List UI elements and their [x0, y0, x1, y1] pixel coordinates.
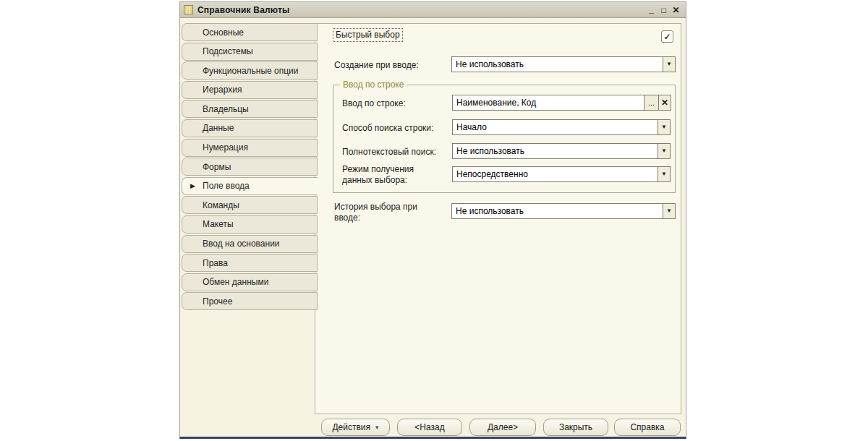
- tab-vvod-na-osnovanii[interactable]: Ввод на основании: [182, 235, 318, 253]
- chevron-down-icon: ▼: [666, 208, 672, 214]
- maximize-button[interactable]: □: [658, 4, 670, 16]
- close-button[interactable]: ✕: [670, 4, 682, 16]
- choice-history-combobox[interactable]: Не использовать ▼: [451, 203, 676, 219]
- tab-komandy[interactable]: Команды: [182, 196, 318, 214]
- check-icon: ✓: [663, 33, 671, 41]
- back-button[interactable]: <Назад: [397, 419, 462, 436]
- tab-podsistemy[interactable]: Подсистемы: [182, 43, 318, 61]
- next-button[interactable]: Далее>: [469, 419, 536, 436]
- tab-ierarhiya[interactable]: Иерархия: [182, 81, 318, 99]
- input-by-string-label: Ввод по строке:: [342, 98, 406, 109]
- creation-on-input-combobox[interactable]: Не использовать ▼: [451, 56, 676, 72]
- chevron-down-icon: ▼: [666, 61, 672, 67]
- tab-label: Поле ввода: [203, 181, 250, 191]
- tab-label: Ввод на основании: [203, 239, 280, 249]
- creation-on-input-label: Создание при вводе:: [334, 60, 419, 71]
- catalog-icon: [184, 5, 193, 14]
- tab-dannye[interactable]: Данные: [182, 119, 318, 137]
- input-by-string-field[interactable]: Наименование, Код ... ✕: [452, 95, 671, 111]
- active-tab-marker-icon: ▶: [190, 182, 203, 189]
- input-by-string-group: Ввод по строке Ввод по строке: Наименова…: [333, 85, 676, 193]
- choice-history-label: История выбора при вводе:: [334, 202, 444, 223]
- window-title: Справочник Валюты: [197, 5, 645, 15]
- fulltext-search-value: Не использовать: [453, 144, 658, 158]
- chevron-down-icon: ▼: [661, 171, 667, 177]
- dialog-window: Справочник Валюты _ □ ✕ Основные Подсист…: [179, 1, 686, 439]
- fulltext-search-label: Полнотекстовый поиск:: [342, 147, 436, 158]
- tab-label: Прочее: [203, 296, 232, 307]
- tab-funkcionalnye-opcii[interactable]: Функциональные опции: [182, 61, 318, 80]
- dropdown-button[interactable]: ▼: [663, 204, 675, 218]
- tab-label: Основные: [203, 27, 244, 38]
- tab-label: Владельцы: [203, 104, 249, 114]
- clear-icon[interactable]: ✕: [658, 95, 671, 110]
- tab-obmen-dannymi[interactable]: Обмен данными: [182, 273, 318, 291]
- dropdown-button[interactable]: ▼: [658, 144, 670, 158]
- group-title: Ввод по строке: [340, 80, 407, 90]
- tab-prochee[interactable]: Прочее: [182, 292, 318, 310]
- close-dialog-button[interactable]: Закрыть: [543, 419, 608, 436]
- tab-label: Иерархия: [203, 85, 242, 95]
- chevron-down-icon: ▼: [661, 124, 667, 130]
- tab-label: Права: [203, 258, 228, 268]
- tab-label: Макеты: [203, 219, 234, 229]
- tab-pole-vvoda[interactable]: ▶ Поле ввода: [182, 177, 318, 195]
- settings-panel: Быстрый выбор ✓ Создание при вводе: Не и…: [315, 23, 681, 414]
- tab-label: Нумерация: [203, 142, 248, 153]
- help-button-label: Справка: [630, 422, 664, 432]
- choice-data-mode-value: Непосредственно: [453, 167, 658, 181]
- dropdown-button[interactable]: ▼: [663, 57, 675, 72]
- tab-formy[interactable]: Формы: [182, 158, 318, 176]
- actions-button[interactable]: Действия ▾: [321, 419, 390, 436]
- tab-label: Данные: [203, 123, 234, 133]
- actions-button-label: Действия: [332, 422, 370, 432]
- title-bar[interactable]: Справочник Валюты _ □ ✕: [180, 2, 686, 18]
- tab-label: Обмен данными: [203, 277, 268, 287]
- tab-label: Команды: [203, 200, 239, 210]
- choice-data-mode-combobox[interactable]: Непосредственно ▼: [452, 166, 671, 182]
- dropdown-button[interactable]: ▼: [658, 120, 670, 134]
- menu-arrow-icon: ▾: [375, 424, 379, 431]
- category-tabs: Основные Подсистемы Функциональные опции…: [182, 23, 318, 312]
- input-by-string-value[interactable]: Наименование, Код: [453, 95, 644, 110]
- search-method-label: Способ поиска строки:: [342, 123, 433, 134]
- search-method-value: Начало: [453, 120, 658, 134]
- minimize-button[interactable]: _: [645, 4, 658, 16]
- tab-vladelcy[interactable]: Владельцы: [182, 100, 318, 118]
- search-method-combobox[interactable]: Начало ▼: [452, 119, 671, 135]
- creation-on-input-value: Не использовать: [452, 57, 663, 72]
- tab-osnovnye[interactable]: Основные: [182, 23, 318, 41]
- choice-data-mode-label: Режим получения данных выбора:: [342, 164, 445, 186]
- fulltext-search-combobox[interactable]: Не использовать ▼: [452, 143, 671, 159]
- quick-choice-checkbox[interactable]: ✓: [661, 30, 673, 43]
- tab-makety[interactable]: Макеты: [182, 215, 318, 234]
- tab-label: Функциональные опции: [203, 66, 299, 76]
- tab-numeraciya[interactable]: Нумерация: [182, 139, 318, 157]
- ellipsis-button[interactable]: ...: [644, 95, 658, 110]
- tab-label: Формы: [203, 162, 231, 172]
- help-button[interactable]: Справка: [614, 419, 681, 436]
- chevron-down-icon: ▼: [661, 148, 667, 154]
- tab-prava[interactable]: Права: [182, 254, 318, 272]
- dropdown-button[interactable]: ▼: [658, 167, 670, 181]
- choice-history-value: Не использовать: [452, 204, 663, 218]
- quick-choice-label: Быстрый выбор: [333, 28, 403, 42]
- tab-label: Подсистемы: [203, 46, 253, 56]
- close-dialog-button-label: Закрыть: [559, 422, 592, 432]
- back-button-label: <Назад: [414, 422, 444, 432]
- next-button-label: Далее>: [488, 422, 518, 432]
